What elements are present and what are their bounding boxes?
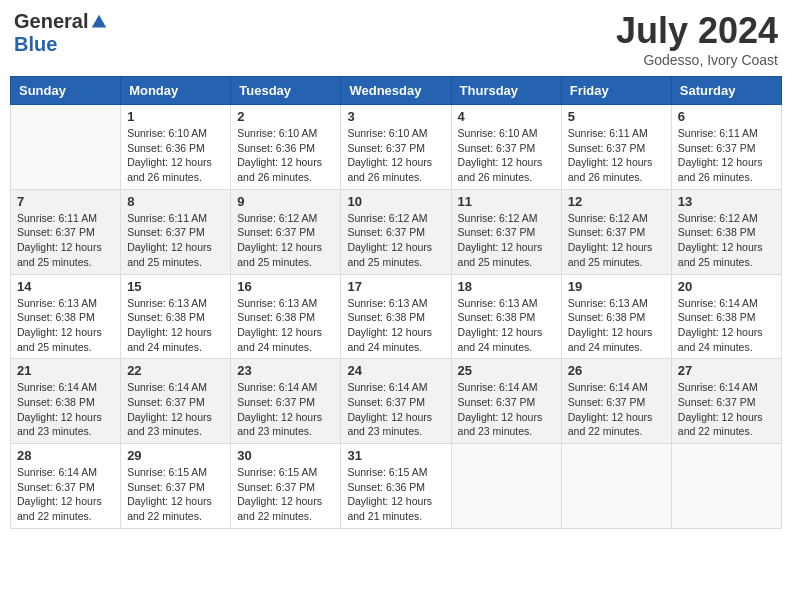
calendar-day-cell: 5Sunrise: 6:11 AM Sunset: 6:37 PM Daylig… (561, 105, 671, 190)
day-info: Sunrise: 6:12 AM Sunset: 6:37 PM Dayligh… (347, 211, 444, 270)
calendar-week-row: 1Sunrise: 6:10 AM Sunset: 6:36 PM Daylig… (11, 105, 782, 190)
day-info: Sunrise: 6:10 AM Sunset: 6:36 PM Dayligh… (127, 126, 224, 185)
day-number: 18 (458, 279, 555, 294)
calendar-day-cell: 24Sunrise: 6:14 AM Sunset: 6:37 PM Dayli… (341, 359, 451, 444)
calendar-day-cell: 19Sunrise: 6:13 AM Sunset: 6:38 PM Dayli… (561, 274, 671, 359)
day-info: Sunrise: 6:14 AM Sunset: 6:38 PM Dayligh… (678, 296, 775, 355)
day-number: 16 (237, 279, 334, 294)
day-info: Sunrise: 6:15 AM Sunset: 6:37 PM Dayligh… (237, 465, 334, 524)
day-info: Sunrise: 6:12 AM Sunset: 6:37 PM Dayligh… (568, 211, 665, 270)
day-header-friday: Friday (561, 77, 671, 105)
day-number: 13 (678, 194, 775, 209)
calendar-day-cell: 12Sunrise: 6:12 AM Sunset: 6:37 PM Dayli… (561, 189, 671, 274)
day-info: Sunrise: 6:10 AM Sunset: 6:37 PM Dayligh… (347, 126, 444, 185)
day-header-sunday: Sunday (11, 77, 121, 105)
calendar-day-cell: 25Sunrise: 6:14 AM Sunset: 6:37 PM Dayli… (451, 359, 561, 444)
day-number: 5 (568, 109, 665, 124)
calendar-day-cell: 7Sunrise: 6:11 AM Sunset: 6:37 PM Daylig… (11, 189, 121, 274)
day-number: 27 (678, 363, 775, 378)
calendar-day-cell (451, 444, 561, 529)
day-info: Sunrise: 6:14 AM Sunset: 6:37 PM Dayligh… (347, 380, 444, 439)
day-info: Sunrise: 6:14 AM Sunset: 6:37 PM Dayligh… (458, 380, 555, 439)
calendar-day-cell: 29Sunrise: 6:15 AM Sunset: 6:37 PM Dayli… (121, 444, 231, 529)
calendar-day-cell: 27Sunrise: 6:14 AM Sunset: 6:37 PM Dayli… (671, 359, 781, 444)
day-number: 21 (17, 363, 114, 378)
day-number: 10 (347, 194, 444, 209)
day-info: Sunrise: 6:13 AM Sunset: 6:38 PM Dayligh… (458, 296, 555, 355)
day-header-monday: Monday (121, 77, 231, 105)
calendar-day-cell: 6Sunrise: 6:11 AM Sunset: 6:37 PM Daylig… (671, 105, 781, 190)
calendar-day-cell (11, 105, 121, 190)
day-header-thursday: Thursday (451, 77, 561, 105)
day-header-tuesday: Tuesday (231, 77, 341, 105)
calendar-day-cell: 31Sunrise: 6:15 AM Sunset: 6:36 PM Dayli… (341, 444, 451, 529)
day-number: 22 (127, 363, 224, 378)
day-info: Sunrise: 6:14 AM Sunset: 6:37 PM Dayligh… (127, 380, 224, 439)
day-number: 12 (568, 194, 665, 209)
day-number: 1 (127, 109, 224, 124)
calendar-day-cell: 16Sunrise: 6:13 AM Sunset: 6:38 PM Dayli… (231, 274, 341, 359)
svg-marker-0 (92, 14, 106, 27)
day-number: 2 (237, 109, 334, 124)
calendar-day-cell: 15Sunrise: 6:13 AM Sunset: 6:38 PM Dayli… (121, 274, 231, 359)
calendar-day-cell: 21Sunrise: 6:14 AM Sunset: 6:38 PM Dayli… (11, 359, 121, 444)
day-info: Sunrise: 6:11 AM Sunset: 6:37 PM Dayligh… (568, 126, 665, 185)
day-number: 31 (347, 448, 444, 463)
calendar-day-cell: 4Sunrise: 6:10 AM Sunset: 6:37 PM Daylig… (451, 105, 561, 190)
day-number: 3 (347, 109, 444, 124)
day-number: 6 (678, 109, 775, 124)
day-info: Sunrise: 6:12 AM Sunset: 6:38 PM Dayligh… (678, 211, 775, 270)
calendar-day-cell: 22Sunrise: 6:14 AM Sunset: 6:37 PM Dayli… (121, 359, 231, 444)
day-header-saturday: Saturday (671, 77, 781, 105)
month-year-title: July 2024 (616, 10, 778, 52)
logo-general-text: General (14, 10, 88, 33)
page-header: General Blue July 2024 Godesso, Ivory Co… (10, 10, 782, 68)
day-number: 26 (568, 363, 665, 378)
calendar-day-cell: 10Sunrise: 6:12 AM Sunset: 6:37 PM Dayli… (341, 189, 451, 274)
day-number: 8 (127, 194, 224, 209)
location-subtitle: Godesso, Ivory Coast (616, 52, 778, 68)
day-info: Sunrise: 6:15 AM Sunset: 6:36 PM Dayligh… (347, 465, 444, 524)
calendar-day-cell: 8Sunrise: 6:11 AM Sunset: 6:37 PM Daylig… (121, 189, 231, 274)
day-number: 11 (458, 194, 555, 209)
calendar-day-cell: 30Sunrise: 6:15 AM Sunset: 6:37 PM Dayli… (231, 444, 341, 529)
calendar-day-cell: 13Sunrise: 6:12 AM Sunset: 6:38 PM Dayli… (671, 189, 781, 274)
day-number: 20 (678, 279, 775, 294)
day-number: 24 (347, 363, 444, 378)
calendar-day-cell: 26Sunrise: 6:14 AM Sunset: 6:37 PM Dayli… (561, 359, 671, 444)
calendar-day-cell: 28Sunrise: 6:14 AM Sunset: 6:37 PM Dayli… (11, 444, 121, 529)
day-number: 25 (458, 363, 555, 378)
calendar-day-cell: 18Sunrise: 6:13 AM Sunset: 6:38 PM Dayli… (451, 274, 561, 359)
calendar-day-cell: 20Sunrise: 6:14 AM Sunset: 6:38 PM Dayli… (671, 274, 781, 359)
day-info: Sunrise: 6:14 AM Sunset: 6:37 PM Dayligh… (678, 380, 775, 439)
day-number: 15 (127, 279, 224, 294)
day-info: Sunrise: 6:11 AM Sunset: 6:37 PM Dayligh… (127, 211, 224, 270)
day-info: Sunrise: 6:12 AM Sunset: 6:37 PM Dayligh… (237, 211, 334, 270)
day-number: 9 (237, 194, 334, 209)
day-info: Sunrise: 6:13 AM Sunset: 6:38 PM Dayligh… (17, 296, 114, 355)
day-number: 30 (237, 448, 334, 463)
day-info: Sunrise: 6:13 AM Sunset: 6:38 PM Dayligh… (127, 296, 224, 355)
calendar-day-cell (561, 444, 671, 529)
logo: General Blue (14, 10, 108, 56)
day-info: Sunrise: 6:14 AM Sunset: 6:38 PM Dayligh… (17, 380, 114, 439)
day-number: 7 (17, 194, 114, 209)
logo-blue-text: Blue (14, 33, 57, 56)
calendar-day-cell (671, 444, 781, 529)
day-number: 23 (237, 363, 334, 378)
day-info: Sunrise: 6:11 AM Sunset: 6:37 PM Dayligh… (678, 126, 775, 185)
day-info: Sunrise: 6:15 AM Sunset: 6:37 PM Dayligh… (127, 465, 224, 524)
day-info: Sunrise: 6:14 AM Sunset: 6:37 PM Dayligh… (17, 465, 114, 524)
day-info: Sunrise: 6:13 AM Sunset: 6:38 PM Dayligh… (568, 296, 665, 355)
calendar-day-cell: 9Sunrise: 6:12 AM Sunset: 6:37 PM Daylig… (231, 189, 341, 274)
calendar-day-cell: 1Sunrise: 6:10 AM Sunset: 6:36 PM Daylig… (121, 105, 231, 190)
day-info: Sunrise: 6:11 AM Sunset: 6:37 PM Dayligh… (17, 211, 114, 270)
day-info: Sunrise: 6:12 AM Sunset: 6:37 PM Dayligh… (458, 211, 555, 270)
day-info: Sunrise: 6:10 AM Sunset: 6:36 PM Dayligh… (237, 126, 334, 185)
calendar-week-row: 21Sunrise: 6:14 AM Sunset: 6:38 PM Dayli… (11, 359, 782, 444)
calendar-week-row: 14Sunrise: 6:13 AM Sunset: 6:38 PM Dayli… (11, 274, 782, 359)
day-info: Sunrise: 6:14 AM Sunset: 6:37 PM Dayligh… (237, 380, 334, 439)
calendar-day-cell: 17Sunrise: 6:13 AM Sunset: 6:38 PM Dayli… (341, 274, 451, 359)
calendar-table: SundayMondayTuesdayWednesdayThursdayFrid… (10, 76, 782, 529)
day-number: 29 (127, 448, 224, 463)
